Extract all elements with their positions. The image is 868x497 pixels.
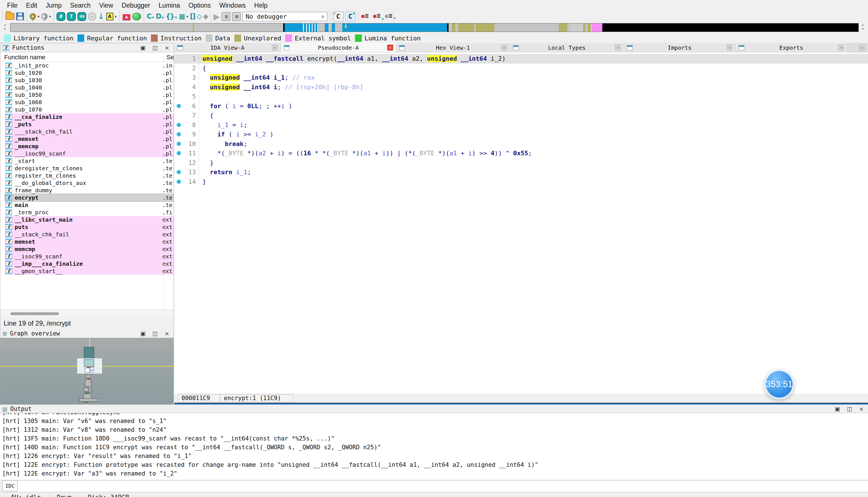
graph-overview-minimap[interactable]	[0, 338, 174, 404]
menu-help[interactable]: Help	[250, 1, 272, 10]
menu-search[interactable]: Search	[66, 1, 95, 10]
function-row-encrypt[interactable]: fencrypt.te	[0, 194, 174, 201]
navband-left-arrows-icon[interactable]: ◂▸	[2, 23, 8, 30]
type-dropdown[interactable]: ▾	[186, 14, 188, 19]
tab-close-icon[interactable]: ×	[727, 45, 733, 51]
source-c-icon[interactable]: C◤	[333, 11, 343, 22]
code-line-5[interactable]: 5	[175, 92, 868, 101]
functions-close-icon[interactable]: ×	[163, 44, 171, 51]
function-row-_init_proc[interactable]: f_init_proc.in	[0, 62, 174, 69]
function-row-puts[interactable]: fputsext	[0, 223, 174, 231]
run-to-c-icon[interactable]: C▶	[345, 11, 356, 22]
problems-icon[interactable]: ▲	[122, 12, 130, 20]
code-line-4[interactable]: 4 unsigned __int64 i; // [rsp+20h] [rbp-…	[175, 83, 868, 92]
functions-hscrollbar-thumb[interactable]	[11, 312, 59, 315]
lumina-icon[interactable]	[132, 13, 141, 20]
add-breakpoint-icon[interactable]: ≡+	[373, 12, 383, 20]
function-row-_memcmp[interactable]: f_memcmp.pl	[0, 143, 174, 150]
functions-hscrollbar[interactable]	[0, 309, 174, 318]
function-row-__cxa_finalize[interactable]: f__cxa_finalize.pl	[0, 113, 174, 120]
code-line-10[interactable]: 10 break;	[175, 139, 868, 149]
graph-float-icon[interactable]: ◫	[150, 330, 160, 337]
function-row-register_tm_clones[interactable]: fregister_tm_clones.te	[0, 172, 174, 179]
navband-right-arrows-icon[interactable]: ▸◂	[860, 23, 866, 30]
column-segment[interactable]: Se	[166, 54, 174, 61]
function-row-__imp___cxa_finalize[interactable]: f__imp___cxa_finalizeext	[0, 260, 174, 267]
open-file-icon[interactable]	[5, 13, 14, 20]
pseudocode-view[interactable]: 1unsigned __int64 __fastcall encrypt(__i…	[175, 53, 868, 394]
tab-hex-view-1[interactable]: Hex View-1×	[396, 43, 510, 52]
tab-imports[interactable]: Imports×	[624, 43, 736, 52]
functions-panel-titlebar[interactable]: f Functions ▣ ◫ ×	[0, 43, 174, 52]
tab-exports[interactable]: Exports×	[736, 43, 848, 52]
debugger-select[interactable]: No debugger∨	[243, 12, 327, 21]
tab-close-icon[interactable]: ×	[838, 45, 844, 51]
tab-ida-view-a[interactable]: IDA View-A×	[175, 43, 281, 52]
menu-debugger[interactable]: Debugger	[117, 1, 154, 10]
function-row-sub_1030[interactable]: fsub_1030.pl	[0, 76, 174, 84]
code-line-9[interactable]: 9 if ( i >= i_2 )	[175, 130, 868, 139]
tab-local-types[interactable]: Local Types×	[510, 43, 624, 52]
graph-overview-titlebar[interactable]: ⊞ Graph overview ▣ ◫ ×	[0, 329, 174, 338]
menu-edit[interactable]: Edit	[22, 1, 42, 10]
output-close-icon[interactable]: ×	[857, 406, 866, 412]
edit-icon[interactable]: ◇	[197, 12, 201, 20]
navigation-band[interactable]: ↓	[10, 23, 859, 32]
functions-restore-icon[interactable]: ▣	[138, 44, 148, 51]
code-line-7[interactable]: 7 {	[175, 111, 868, 120]
function-row-sub_1020[interactable]: fsub_1020.pl	[0, 69, 174, 76]
code-line-2[interactable]: 2{	[175, 63, 868, 73]
function-row-memset[interactable]: fmemsetext	[0, 238, 174, 245]
create-data-icon[interactable]: D₊	[156, 12, 164, 20]
code-line-6[interactable]: 6 for ( i = 0LL; ; ++i )	[175, 101, 868, 111]
cli-input[interactable]	[17, 480, 868, 491]
navigate-disabled-icon[interactable]: →	[88, 12, 96, 20]
function-row-__libc_start_main[interactable]: f__libc_start_mainext	[0, 216, 174, 223]
function-row-___isoc99_scanf[interactable]: f___isoc99_scanf.pl	[0, 150, 174, 157]
function-row-sub_1050[interactable]: fsub_1050.pl	[0, 91, 174, 99]
jump-back-icon[interactable]	[28, 12, 37, 20]
functions-list-header[interactable]: Function name Se	[0, 52, 174, 62]
make-code-icon[interactable]: #	[56, 12, 65, 21]
breakpoint-list-icon[interactable]: ≡	[361, 12, 371, 20]
functions-float-icon[interactable]: ◫	[150, 44, 160, 51]
function-row-___stack_chk_fail[interactable]: f___stack_chk_fail.pl	[0, 128, 174, 135]
timer-badge[interactable]: 353:51	[764, 369, 794, 399]
debugger-stop-icon[interactable]: ■	[232, 12, 241, 21]
tabbar-close-icon[interactable]: ×	[859, 45, 865, 51]
column-function-name[interactable]: Function name	[4, 54, 45, 61]
jump-forward-icon[interactable]	[40, 12, 49, 20]
ascii-strings-icon[interactable]: A	[106, 13, 113, 20]
function-row-__isoc99_scanf[interactable]: f__isoc99_scanfext	[0, 253, 174, 260]
code-line-11[interactable]: 11 *(_BYTE *)(a2 + i) = ((16 * *(_BYTE *…	[175, 148, 868, 158]
output-titlebar[interactable]: ▤ Output ▣ ◫ ×	[0, 404, 868, 413]
add-type-icon[interactable]: ▦	[179, 12, 185, 20]
code-line-12[interactable]: 12 }	[175, 158, 868, 168]
menu-view[interactable]: View	[95, 1, 117, 10]
menu-lumina[interactable]: Lumina	[154, 1, 184, 10]
create-struct-icon[interactable]: {}₊	[166, 12, 177, 20]
remove-breakpoint-icon[interactable]: ≡*	[385, 12, 395, 20]
output-restore-icon[interactable]: ▣	[833, 406, 842, 412]
graph-restore-icon[interactable]: ▣	[138, 330, 148, 337]
jump-forward-dropdown[interactable]: ▾	[49, 14, 51, 19]
function-row-_memset[interactable]: f_memset.pl	[0, 135, 174, 143]
menu-windows[interactable]: Windows	[215, 1, 250, 10]
code-line-1[interactable]: 1unsigned __int64 __fastcall encrypt(__i…	[175, 54, 868, 63]
function-row-sub_1070[interactable]: fsub_1070.pl	[0, 106, 174, 113]
code-line-3[interactable]: 3 unsigned __int64 i_1; // rax	[175, 73, 868, 83]
save-icon[interactable]	[16, 12, 24, 20]
code-line-14[interactable]: 14}	[175, 177, 868, 187]
function-row-sub_1060[interactable]: fsub_1060.pl	[0, 99, 174, 106]
output-float-icon[interactable]: ◫	[845, 406, 854, 412]
make-text-icon[interactable]: T	[67, 12, 76, 21]
edit-array-icon[interactable]: []	[190, 12, 195, 20]
tab-close-icon[interactable]: ×	[387, 45, 393, 51]
tab-close-icon[interactable]: ×	[615, 45, 621, 51]
function-row-__stack_chk_fail[interactable]: f__stack_chk_failext	[0, 231, 174, 238]
create-function-icon[interactable]: C₊	[147, 12, 154, 20]
function-row-__gmon_start__[interactable]: f__gmon_start__ext	[0, 267, 174, 275]
graph-close-icon[interactable]: ×	[163, 330, 171, 337]
function-row-frame_dummy[interactable]: fframe_dummy.te	[0, 187, 174, 194]
debugger-pause-icon[interactable]: ▮▮	[222, 12, 230, 21]
